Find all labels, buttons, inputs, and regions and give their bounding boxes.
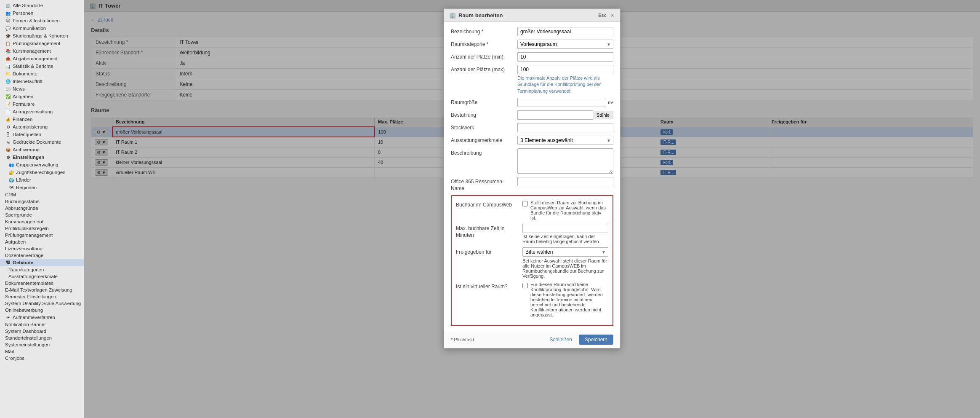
- sidebar-item-kursmanagement[interactable]: 📚 Kursmanagement: [0, 47, 84, 55]
- sidebar-item-cronjobs[interactable]: Cronjobs: [0, 355, 84, 362]
- earth-icon: 🌍: [8, 177, 14, 183]
- sidebar-item-formulare[interactable]: 📝 Formulare: [0, 100, 84, 108]
- sidebar-item-news[interactable]: 📰 News: [0, 85, 84, 93]
- building-icon: 🏢: [5, 3, 11, 8]
- sidebar-item-antragsverwaltung[interactable]: 📄 Antragsverwaltung: [0, 108, 84, 115]
- select-wrapper-ausstattungsmerkmale: 3 Elemente ausgewählt ▼: [517, 136, 613, 145]
- close-button[interactable]: Schließen: [546, 335, 575, 345]
- form-row-anzahl-max: Anzahl der Plätze (max) Die maximale Anz…: [451, 65, 613, 94]
- modal-close-button[interactable]: ×: [610, 12, 615, 19]
- label-virtuell: Ist ein virtueller Raum?: [456, 282, 519, 289]
- main-content: 🏢 IT Tower ← Zurück Details Bezeichnung …: [84, 0, 980, 418]
- sidebar-item-aufgaben2[interactable]: Aufgaben: [0, 238, 84, 245]
- folder-icon: 📁: [5, 71, 11, 77]
- sidebar-item-regionen[interactable]: 🗺 Regionen: [0, 184, 84, 191]
- sidebar-item-pruefungsmanagement[interactable]: 📋 Prüfungsmanagement: [0, 40, 84, 47]
- sidebar-item-lizenzverwaltung[interactable]: Lizenzverwaltung: [0, 245, 84, 252]
- esc-label: Esc: [598, 13, 607, 18]
- input-anzahl-min[interactable]: [517, 52, 613, 62]
- sidebar-item-standorteinstellungen[interactable]: Standorteinstellungen: [0, 335, 84, 341]
- sidebar-item-mail[interactable]: Mail: [0, 348, 84, 355]
- sidebar-item-studiengaenge[interactable]: 🎓 Studiengänge & Kohorten: [0, 32, 84, 40]
- sidebar-item-dozentenvertraege[interactable]: Dozentenverträge: [0, 252, 84, 259]
- sidebar-item-kommunikation[interactable]: 💬 Kommunikation: [0, 24, 84, 32]
- label-bestuhlung: Bestuhlung: [451, 110, 514, 118]
- form-row-virtuell: Ist ein virtueller Raum? Für diesen Raum…: [456, 282, 608, 317]
- input-stockwerk[interactable]: [517, 123, 613, 132]
- book-icon: 📚: [5, 48, 11, 54]
- group-icon: 👥: [8, 162, 14, 168]
- label-buchbar: Buchbar im CampusWeb: [456, 200, 519, 208]
- select-ausstattungsmerkmale[interactable]: 3 Elemente ausgewählt: [517, 136, 613, 145]
- modal-footer: * Pflichtfeld Schließen Speichern: [444, 331, 620, 348]
- document-icon: 📄: [5, 109, 11, 115]
- sidebar-item-systemeinstellungen[interactable]: Systemeinstellungen: [0, 341, 84, 348]
- sidebar-item-einstellungen[interactable]: ⚙ Einstellungen: [0, 153, 84, 161]
- sidebar-item-aufnahmeverfahren[interactable]: ✈ Aufnahmeverfahren: [0, 314, 84, 321]
- anzahl-max-hint: Die maximale Anzahl der Plätze wird als …: [517, 75, 613, 94]
- form-row-raumkategorie: Raumkategorie * Vorlesungsraum ▼: [451, 40, 613, 49]
- input-anzahl-max[interactable]: [517, 65, 613, 74]
- sidebar-item-dokumententemplates[interactable]: Dokumententemplates: [0, 280, 84, 287]
- sidebar-item-crm[interactable]: CRM: [0, 191, 84, 198]
- sidebar-item-aufgaben[interactable]: ✅ Aufgaben: [0, 93, 84, 100]
- sidebar-item-notification-banner[interactable]: Notification Banner: [0, 321, 84, 328]
- input-raumgroesse[interactable]: [517, 98, 606, 107]
- sidebar-item-profilduplikatsregeln[interactable]: Profilduplikatsregeln: [0, 225, 84, 232]
- sidebar-item-alle-standorte[interactable]: 🏢 Alle Standorte: [0, 2, 84, 9]
- sidebar-item-buchungsstatus[interactable]: Buchungsstatus: [0, 198, 84, 205]
- sidebar-item-personen[interactable]: 👥 Personen: [0, 9, 84, 17]
- save-button[interactable]: Speichern: [579, 335, 613, 345]
- label-stockwerk: Stockwerk: [451, 123, 514, 131]
- sidebar-item-gebaeude[interactable]: 🏗 Gebäude: [0, 259, 84, 266]
- sidebar-item-abbruchgruende[interactable]: Abbruchgründe: [0, 205, 84, 212]
- textarea-beschreibung[interactable]: [517, 148, 613, 174]
- sidebar-item-system-dashboard[interactable]: System Dashboard: [0, 328, 84, 335]
- sidebar-item-pruefungsmanagement2[interactable]: Prüfungsmanagement: [0, 232, 84, 238]
- sidebar-item-finanzen[interactable]: 💰 Finanzen: [0, 115, 84, 123]
- select-freigegeben[interactable]: Bitte wählen: [522, 247, 608, 257]
- sidebar: 🏢 Alle Standorte 👥 Personen 🏛 Firmen & I…: [0, 0, 84, 418]
- sidebar-item-zugriffsberechtigungen[interactable]: 🔐 Zugriffsberechtigungen: [0, 169, 84, 176]
- input-office365[interactable]: [517, 177, 613, 186]
- sidebar-item-ausstattungsmerkmale[interactable]: Ausstattungsmerkmale: [0, 273, 84, 280]
- sidebar-item-statistik[interactable]: 📊 Statistik & Berichte: [0, 62, 84, 70]
- virtuell-hint: Für diesen Raum wird keine Konfliktprüfu…: [530, 282, 608, 317]
- sidebar-item-email-textvorlagen[interactable]: E-Mail Textvorlagen Zuweisung: [0, 287, 84, 293]
- input-bezeichnung[interactable]: [517, 27, 613, 36]
- sidebar-item-laender[interactable]: 🌍 Länder: [0, 176, 84, 184]
- sidebar-item-onlinebewerbung[interactable]: Onlinebewerbung: [0, 307, 84, 314]
- sidebar-item-datenquellen[interactable]: 🗄 Datenquellen: [0, 131, 84, 138]
- modal-header-right: Esc ×: [598, 12, 615, 19]
- map-icon: 🗺: [8, 185, 14, 190]
- sidebar-item-gedruckte-dokumente[interactable]: 🖨 Gedruckte Dokumente: [0, 138, 84, 146]
- checkbox-buchbar[interactable]: [522, 201, 528, 206]
- sidebar-item-kursmanagement2[interactable]: Kursmanagement: [0, 218, 84, 225]
- select-raumkategorie[interactable]: Vorlesungsraum: [517, 40, 613, 49]
- sidebar-item-raumkategorien[interactable]: Raumkategorien: [0, 266, 84, 273]
- label-raumkategorie: Raumkategorie *: [451, 40, 514, 47]
- aufnahme-icon: ✈: [5, 314, 11, 320]
- modal-header: 🏢 Raum bearbeiten Esc ×: [444, 9, 620, 22]
- input-max-buchbar[interactable]: [522, 224, 608, 233]
- sidebar-item-system-usability[interactable]: System Usability Scale Auswertung: [0, 300, 84, 307]
- checkbox-virtuell[interactable]: [522, 283, 528, 288]
- graduation-icon: 🎓: [5, 33, 11, 39]
- archive-icon: 📦: [5, 147, 11, 153]
- sidebar-item-abgabemanagement[interactable]: 📤 Abgabemanagement: [0, 55, 84, 62]
- checkbox-virtuell-row: Für diesen Raum wird keine Konfliktprüfu…: [522, 282, 608, 317]
- sidebar-item-dokumente[interactable]: 📁 Dokumente: [0, 70, 84, 78]
- bestuhlung-input-group: Stühle: [517, 110, 613, 120]
- sidebar-item-firmen[interactable]: 🏛 Firmen & Institutionen: [0, 17, 84, 24]
- bestuhlung-suffix-btn[interactable]: Stühle: [593, 111, 613, 119]
- select-wrapper-freigegeben: Bitte wählen ▼: [522, 247, 608, 257]
- sidebar-item-semester-einstellungen[interactable]: Semester Einstellungen: [0, 293, 84, 300]
- sidebar-item-internetauftritt[interactable]: 🌐 Internetauftritt: [0, 78, 84, 85]
- sidebar-item-sperrgrnde[interactable]: Sperrgründe: [0, 212, 84, 218]
- input-bestuhlung[interactable]: [517, 110, 593, 120]
- sidebar-item-gruppenverwaltung[interactable]: 👥 Gruppenverwaltung: [0, 161, 84, 169]
- sidebar-item-archivierung[interactable]: 📦 Archivierung: [0, 146, 84, 153]
- sidebar-item-automatisierung[interactable]: ⚙ Automatisierung: [0, 123, 84, 131]
- gear-icon: ⚙: [5, 124, 11, 130]
- form-row-bezeichnung: Bezeichnung *: [451, 27, 613, 36]
